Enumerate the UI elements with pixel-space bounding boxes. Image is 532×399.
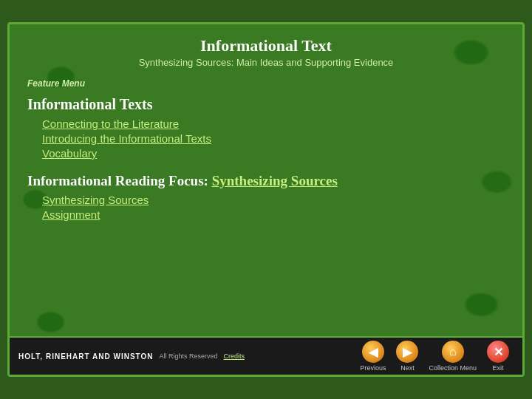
link-vocabulary[interactable]: Vocabulary <box>42 147 97 160</box>
bottom-bar: HOLT, RINEHART AND WINSTON All Rights Re… <box>10 336 522 375</box>
list-item[interactable]: Assignment <box>42 208 505 222</box>
rights-text: All Rights Reserved <box>159 352 217 360</box>
list-item[interactable]: Introducing the Informational Texts <box>42 132 505 146</box>
publisher-logo: HOLT, RINEHART AND WINSTON <box>18 352 153 361</box>
link-introducing[interactable]: Introducing the Informational Texts <box>42 132 211 145</box>
close-icon: ✕ <box>487 341 509 363</box>
section2-links: Synthesizing Sources Assignment <box>27 194 505 222</box>
previous-icon: ◀ <box>362 341 384 363</box>
content-area: Informational Text Synthesizing Sources:… <box>10 24 522 336</box>
link-synthesizing-sources[interactable]: Synthesizing Sources <box>42 194 149 206</box>
section2-heading-prefix: Informational Reading Focus: <box>27 173 208 188</box>
exit-label: Exit <box>492 364 503 372</box>
link-assignment[interactable]: Assignment <box>42 208 100 221</box>
list-item[interactable]: Vocabulary <box>42 147 505 160</box>
feature-menu-label: Feature Menu <box>27 78 505 89</box>
next-icon: ▶ <box>396 341 418 363</box>
nav-buttons: ◀ Previous ▶ Next ⌂ Collection Menu ✕ Ex… <box>355 338 514 375</box>
link-synthesizing-sources-heading[interactable]: Synthesizing Sources <box>212 173 338 188</box>
section1-links: Connecting to the Literature Introducing… <box>27 117 505 160</box>
home-icon: ⌂ <box>442 341 464 363</box>
publisher-info: HOLT, RINEHART AND WINSTON All Rights Re… <box>18 352 245 361</box>
next-label: Next <box>400 364 415 372</box>
credits-link[interactable]: Credits <box>224 352 245 360</box>
list-item[interactable]: Synthesizing Sources <box>42 194 505 207</box>
logo-text: HOLT, RINEHART AND WINSTON <box>18 352 153 361</box>
next-button[interactable]: ▶ Next <box>392 338 423 375</box>
slide-title: Informational Text <box>27 36 505 55</box>
slide-container: Informational Text Synthesizing Sources:… <box>7 22 525 377</box>
section1-heading: Informational Texts <box>27 96 505 113</box>
slide-subtitle: Synthesizing Sources: Main Ideas and Sup… <box>27 57 505 68</box>
previous-label: Previous <box>360 364 386 372</box>
collection-menu-button[interactable]: ⌂ Collection Menu <box>424 338 481 375</box>
link-connecting[interactable]: Connecting to the Literature <box>42 117 179 130</box>
outer-border: Informational Text Synthesizing Sources:… <box>0 0 532 399</box>
section2-heading: Informational Reading Focus: Synthesizin… <box>27 172 505 191</box>
exit-button[interactable]: ✕ Exit <box>482 338 514 375</box>
list-item[interactable]: Connecting to the Literature <box>42 117 505 131</box>
previous-button[interactable]: ◀ Previous <box>355 338 390 375</box>
collection-menu-label: Collection Menu <box>429 364 477 372</box>
